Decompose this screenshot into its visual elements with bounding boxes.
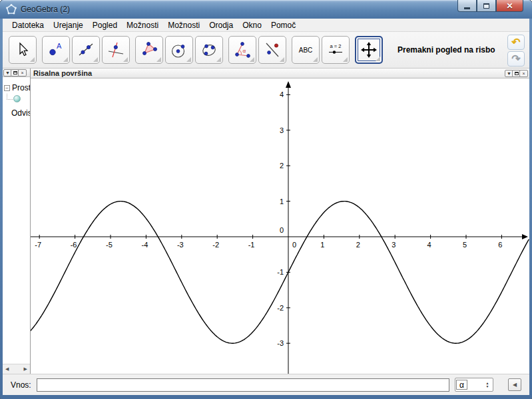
dropdown-corner-icon[interactable] [313, 57, 318, 62]
dropdown-corner-icon[interactable] [156, 57, 161, 62]
algebra-horizontal-scrollbar[interactable]: ◀ ▶ [3, 364, 30, 374]
input-label: Vnos: [11, 380, 31, 390]
restore-icon [13, 71, 17, 74]
dependent-objects-label: Odvisni predmeti [11, 108, 31, 118]
geogebra-window: GeoGebra (2) ✕ Datoteka Urejanje Pogled … [0, 0, 532, 399]
toolbar: A [3, 32, 529, 68]
dropdown-corner-icon[interactable] [186, 57, 191, 62]
redo-icon: ↷ [511, 54, 520, 65]
svg-text:0: 0 [292, 241, 296, 249]
collapse-icon[interactable]: − [4, 85, 10, 91]
dropdown-corner-icon[interactable] [250, 57, 254, 62]
graphics-panel-header[interactable]: Risalna površina ▼ × [31, 68, 529, 78]
menu-moznosti-2[interactable]: Možnosti [163, 19, 204, 31]
graphics-close-button[interactable]: × [519, 70, 528, 77]
dropdown-corner-icon[interactable] [216, 57, 221, 62]
algebra-view-panel: ▼ × − Prosti predmeti Odvisni predmeti [3, 68, 31, 374]
undo-button[interactable]: ↶ [507, 35, 525, 50]
tool-perpendicular-button[interactable] [102, 36, 130, 64]
minimize-button[interactable] [457, 0, 477, 12]
tool-slider-button[interactable]: a = 2 [322, 36, 350, 64]
close-icon: ✕ [506, 1, 513, 11]
svg-text:-2: -2 [212, 241, 219, 249]
conic-through-points-icon [200, 41, 218, 59]
tool-move-button[interactable] [9, 36, 37, 64]
svg-text:-4: -4 [142, 241, 148, 249]
client-area: Datoteka Urejanje Pogled Možnosti Možnos… [3, 19, 529, 395]
titlebar[interactable]: GeoGebra (2) ✕ [0, 0, 532, 19]
menu-urejanje[interactable]: Urejanje [49, 19, 88, 31]
tool-angle-button[interactable]: α [228, 36, 256, 64]
new-point-icon: A [47, 41, 65, 59]
tool-point-button[interactable]: A [42, 36, 70, 64]
menu-moznosti-1[interactable]: Možnosti [122, 19, 163, 31]
window-controls: ✕ [457, 0, 523, 12]
history-buttons: ↶ ↷ [507, 35, 525, 66]
svg-text:4: 4 [427, 241, 431, 249]
tool-line-button[interactable] [72, 36, 100, 64]
greek-letter-combo[interactable]: α ▲ ▼ [455, 378, 493, 392]
menu-datoteka[interactable]: Datoteka [7, 19, 49, 31]
alpha-button[interactable]: α [456, 380, 467, 390]
algebra-panel-header: ▼ × [3, 68, 30, 77]
dropdown-corner-icon[interactable] [343, 57, 348, 62]
dropdown-corner-icon[interactable] [93, 57, 98, 62]
free-objects-node[interactable]: − Prosti predmeti [4, 83, 30, 92]
menu-pogled[interactable]: Pogled [88, 19, 122, 31]
mirror-at-line-icon [264, 41, 281, 59]
svg-text:-6: -6 [71, 241, 77, 249]
graphics-canvas-svg[interactable]: -7-6-5-4-3-2-10123456-3-2-101234 [31, 78, 529, 374]
circle-center-point-icon [170, 41, 188, 59]
close-button[interactable]: ✕ [496, 0, 523, 12]
tree-branch-line [7, 94, 13, 100]
svg-text:3: 3 [392, 241, 396, 249]
svg-text:-3: -3 [277, 339, 284, 347]
tool-conic-button[interactable] [195, 36, 223, 64]
dropdown-corner-icon[interactable] [376, 57, 380, 61]
command-list-toggle-button[interactable]: ◀ [508, 378, 521, 391]
window-title: GeoGebra (2) [21, 5, 70, 14]
svg-text:6: 6 [498, 241, 502, 249]
greek-spinner[interactable]: ▲ ▼ [483, 382, 492, 388]
svg-text:4: 4 [280, 90, 284, 98]
insert-text-icon: ABC [296, 41, 316, 59]
scroll-right-icon[interactable]: ▶ [24, 366, 27, 372]
algebra-tree: − Prosti predmeti Odvisni predmeti [3, 83, 30, 118]
svg-text:-5: -5 [106, 241, 113, 249]
undo-icon: ↶ [511, 37, 520, 48]
restore-icon [515, 72, 519, 75]
tool-polygon-button[interactable] [135, 36, 163, 64]
object-visibility-marble-icon[interactable] [13, 95, 21, 102]
command-input[interactable] [37, 378, 449, 392]
toggle-left-icon: ◀ [513, 382, 517, 388]
tool-circle-button[interactable] [165, 36, 193, 64]
tool-mirror-button[interactable] [258, 36, 286, 64]
svg-text:3: 3 [280, 126, 284, 134]
svg-text:2: 2 [356, 241, 360, 249]
object-node[interactable] [3, 94, 30, 102]
svg-text:-1: -1 [248, 241, 255, 249]
maximize-button[interactable] [477, 0, 496, 12]
dropdown-corner-icon[interactable] [63, 57, 68, 62]
dropdown-corner-icon[interactable] [123, 57, 128, 62]
svg-text:-3: -3 [177, 241, 184, 249]
menu-okno[interactable]: Okno [238, 19, 266, 31]
input-bar: Vnos: α ▲ ▼ ◀ [3, 374, 529, 395]
redo-button[interactable]: ↷ [507, 51, 525, 66]
menu-pomoc[interactable]: Pomoč [266, 19, 300, 31]
svg-text:1: 1 [280, 198, 284, 205]
tool-text-button[interactable]: ABC [292, 36, 320, 64]
dropdown-corner-icon[interactable] [30, 57, 35, 62]
dependent-objects-node[interactable]: Odvisni predmeti [11, 108, 30, 118]
spinner-down-icon[interactable]: ▼ [486, 385, 489, 388]
slider-icon: a = 2 [327, 41, 344, 59]
drawing-pad[interactable]: -7-6-5-4-3-2-10123456-3-2-101234 [31, 78, 529, 374]
scroll-left-icon[interactable]: ◀ [5, 366, 9, 372]
selected-tool-label: Premakni pogled na risbo [398, 45, 495, 55]
menu-orodja[interactable]: Orodja [204, 19, 238, 31]
algebra-close-button[interactable]: × [18, 69, 27, 76]
dropdown-corner-icon[interactable] [280, 57, 284, 62]
perpendicular-line-icon [107, 41, 125, 59]
tool-move-graphics-view-button[interactable] [355, 36, 383, 64]
angle-icon: α [234, 41, 251, 59]
